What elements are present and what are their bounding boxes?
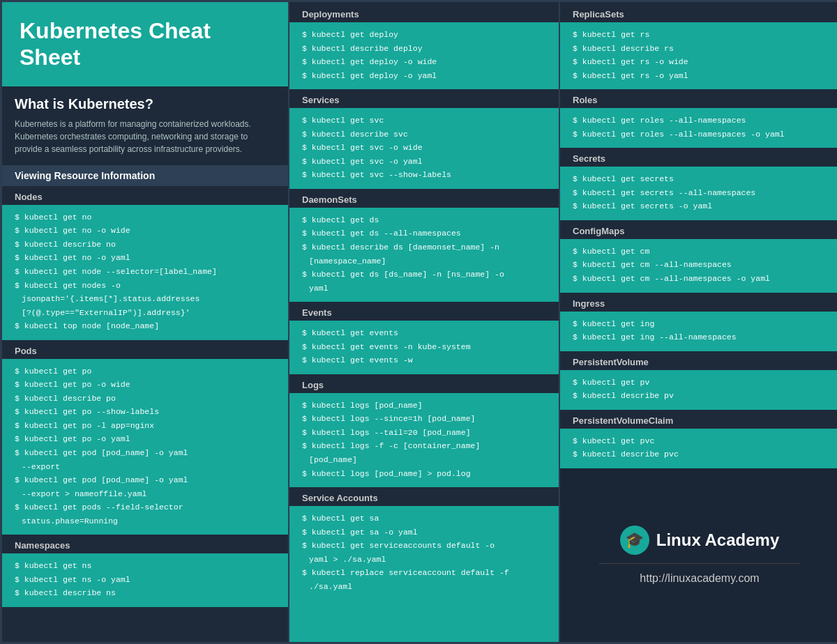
roles-commands: $ kubectl get roles --all-namespaces $ k… xyxy=(560,108,837,148)
ns-cmd-1: $ kubectl get ns xyxy=(15,559,276,573)
svc-cmd-5: $ kubectl get svc --show-labels xyxy=(302,168,546,182)
ns-cmd-2: $ kubectl get ns -o yaml xyxy=(15,573,276,587)
pod-cmd-3: $ kubectl describe po xyxy=(15,392,276,406)
node-cmd-7: $ kubectl top node [node_name] xyxy=(15,319,276,333)
nodes-header: Nodes xyxy=(2,186,288,205)
svc-cmd-3: $ kubectl get svc -o wide xyxy=(302,141,546,155)
roles-cmd-2: $ kubectl get roles --all-namespaces -o … xyxy=(573,128,827,141)
node-cmd-5: $ kubectl get node --selector=[label_nam… xyxy=(15,265,276,279)
configmaps-commands: $ kubectl get cm $ kubectl get cm --all-… xyxy=(560,239,837,293)
service-accounts-header: Service Accounts xyxy=(289,487,559,506)
cm-cmd-1: $ kubectl get cm xyxy=(573,245,827,259)
logs-cmd-5: $ kubectl logs [pod_name] > pod.log xyxy=(302,467,546,481)
replicasets-commands: $ kubectl get rs $ kubectl describe rs $… xyxy=(560,22,837,89)
pod-cmd-7b: --export xyxy=(15,460,276,474)
pod-cmd-8: $ kubectl get pod [pod_name] -o yaml xyxy=(15,473,276,487)
replicasets-header: ReplicaSets xyxy=(560,2,837,22)
ns-cmd-3: $ kubectl describe ns xyxy=(15,586,276,600)
cm-cmd-3: $ kubectl get cm --all-namespaces -o yam… xyxy=(573,272,827,286)
sa-cmd-2: $ kubectl get sa -o yaml xyxy=(302,526,546,539)
left-column: Kubernetes Cheat Sheet What is Kubernete… xyxy=(2,2,288,642)
services-header: Services xyxy=(289,89,559,108)
ingress-header: Ingress xyxy=(560,293,837,312)
service-accounts-commands: $ kubectl get sa $ kubectl get sa -o yam… xyxy=(289,506,559,642)
owl-icon: 🎓 xyxy=(620,526,649,555)
roles-cmd-1: $ kubectl get roles --all-namespaces xyxy=(573,114,827,128)
pvc-commands: $ kubectl get pvc $ kubectl describe pvc xyxy=(560,429,837,468)
deployments-commands: $ kubectl get deploy $ kubectl describe … xyxy=(289,22,559,89)
what-is-section: What is Kubernetes? Kubernetes is a plat… xyxy=(2,86,288,165)
logs-cmd-1: $ kubectl logs [pod_name] xyxy=(302,399,546,413)
sa-cmd-3: $ kubectl get serviceaccounts default -o xyxy=(302,539,546,553)
ds-cmd-2: $ kubectl get ds --all-namespaces xyxy=(302,227,546,240)
node-cmd-6: $ kubectl get nodes -o xyxy=(15,279,276,293)
rs-cmd-2: $ kubectl describe rs xyxy=(573,42,827,56)
pod-cmd-8b: --export > nameoffile.yaml xyxy=(15,487,276,501)
pod-cmd-9b: status.phase=Running xyxy=(15,514,276,528)
rs-cmd-1: $ kubectl get rs xyxy=(573,28,827,42)
rs-cmd-4: $ kubectl get rs -o yaml xyxy=(573,69,827,83)
pod-cmd-4: $ kubectl get po --show-labels xyxy=(15,405,276,419)
pv-cmd-2: $ kubectl describe pv xyxy=(573,389,827,403)
right-column: ReplicaSets $ kubectl get rs $ kubectl d… xyxy=(560,2,837,642)
events-cmd-3: $ kubectl get events -w xyxy=(302,353,546,367)
pv-commands: $ kubectl get pv $ kubectl describe pv xyxy=(560,370,837,410)
logs-commands: $ kubectl logs [pod_name] $ kubectl logs… xyxy=(289,393,559,487)
ing-cmd-2: $ kubectl get ing --all-namespaces xyxy=(573,330,827,344)
events-header: Events xyxy=(289,302,559,321)
configmaps-header: ConfigMaps xyxy=(560,220,837,239)
ds-cmd-1: $ kubectl get ds xyxy=(302,213,546,227)
deploy-cmd-4: $ kubectl get deploy -o yaml xyxy=(302,69,546,83)
ds-cmd-3: $ kubectl describe ds [daemonset_name] -… xyxy=(302,240,546,254)
divider xyxy=(599,563,800,564)
nodes-commands: $ kubectl get no $ kubectl get no -o wid… xyxy=(2,205,288,340)
deployments-header: Deployments xyxy=(289,2,559,22)
pod-cmd-6: $ kubectl get po -o yaml xyxy=(15,432,276,446)
svc-cmd-1: $ kubectl get svc xyxy=(302,114,546,128)
pod-cmd-1: $ kubectl get po xyxy=(15,365,276,378)
page-wrapper: Kubernetes Cheat Sheet What is Kubernete… xyxy=(0,0,837,644)
events-cmd-1: $ kubectl get events xyxy=(302,326,546,340)
rs-cmd-3: $ kubectl get rs -o wide xyxy=(573,55,827,69)
cm-cmd-2: $ kubectl get cm --all-namespaces xyxy=(573,258,827,272)
header-box: Kubernetes Cheat Sheet xyxy=(2,2,288,86)
logs-cmd-4: $ kubectl logs -f -c [container_name] xyxy=(302,439,546,453)
ingress-commands: $ kubectl get ing $ kubectl get ing --al… xyxy=(560,312,837,351)
middle-column: Deployments $ kubectl get deploy $ kubec… xyxy=(288,2,560,642)
events-cmd-2: $ kubectl get events -n kube-system xyxy=(302,340,546,354)
pod-cmd-9: $ kubectl get pods --field-selector xyxy=(15,500,276,514)
svc-cmd-2: $ kubectl describe svc xyxy=(302,128,546,141)
secrets-header: Secrets xyxy=(560,148,837,167)
node-cmd-2: $ kubectl get no -o wide xyxy=(15,224,276,238)
viewing-resource-header: Viewing Resource Information xyxy=(2,165,288,186)
secrets-cmd-3: $ kubectl get secrets -o yaml xyxy=(573,199,827,213)
sa-cmd-4b: ./sa.yaml xyxy=(302,580,546,594)
logs-cmd-2: $ kubectl logs --since=1h [pod_name] xyxy=(302,412,546,426)
svc-cmd-4: $ kubectl get svc -o yaml xyxy=(302,155,546,169)
ds-cmd-3b: [namespace_name] xyxy=(302,254,546,268)
what-is-description: Kubernetes is a platform for managing co… xyxy=(15,118,276,155)
pv-header: PersistentVolume xyxy=(560,351,837,370)
logs-header: Logs xyxy=(289,374,559,393)
pod-cmd-7: $ kubectl get pod [pod_name] -o yaml xyxy=(15,446,276,460)
daemonsets-header: DaemonSets xyxy=(289,189,559,208)
sa-cmd-3b: yaml > ./sa.yaml xyxy=(302,553,546,567)
pvc-header: PersistentVolumeClaim xyxy=(560,410,837,429)
pvc-cmd-2: $ kubectl describe pvc xyxy=(573,447,827,461)
namespaces-commands: $ kubectl get ns $ kubectl get ns -o yam… xyxy=(2,553,288,607)
pods-header: Pods xyxy=(2,340,288,359)
what-is-title: What is Kubernetes? xyxy=(15,96,276,112)
logs-cmd-3: $ kubectl logs --tail=20 [pod_name] xyxy=(302,426,546,440)
ds-cmd-4: $ kubectl get ds [ds_name] -n [ns_name] … xyxy=(302,268,546,282)
pv-cmd-1: $ kubectl get pv xyxy=(573,376,827,390)
pod-cmd-2: $ kubectl get po -o wide xyxy=(15,378,276,392)
sa-cmd-1: $ kubectl get sa xyxy=(302,512,546,526)
secrets-cmd-1: $ kubectl get secrets xyxy=(573,172,827,186)
roles-header: Roles xyxy=(560,89,837,108)
deploy-cmd-3: $ kubectl get deploy -o wide xyxy=(302,55,546,69)
pod-cmd-5: $ kubectl get po -l app=nginx xyxy=(15,419,276,433)
node-cmd-6b: jsonpath='{.items[*].status.addresses xyxy=(15,292,276,306)
namespaces-header: Namespaces xyxy=(2,535,288,553)
ing-cmd-1: $ kubectl get ing xyxy=(573,317,827,331)
daemonsets-commands: $ kubectl get ds $ kubectl get ds --all-… xyxy=(289,208,559,302)
